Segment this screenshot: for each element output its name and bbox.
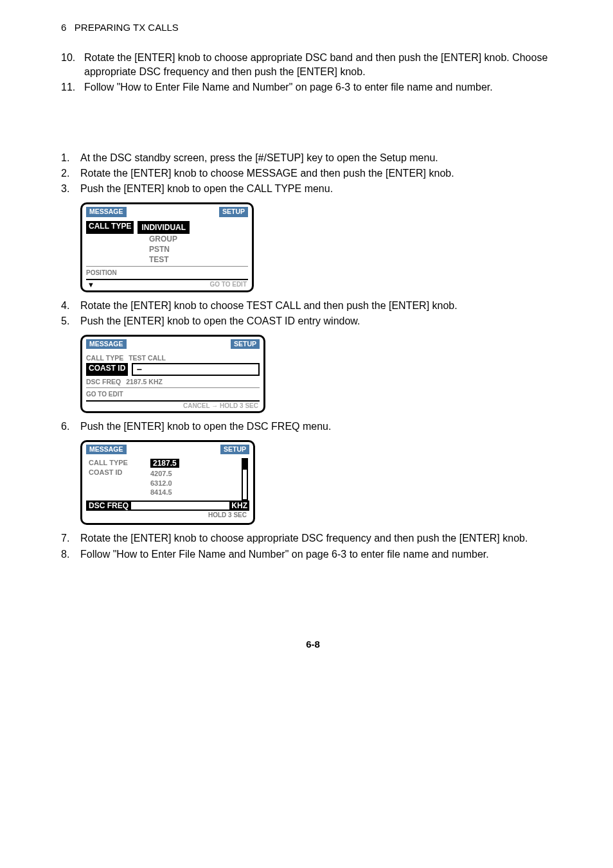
step-text: Push the [ENTER] knob to open the COAST …	[80, 314, 565, 328]
freq-option: 6312.0	[150, 479, 179, 488]
freq-selected: 2187.5	[150, 459, 179, 468]
step-10: 10. Rotate the [ENTER] knob to choose ap…	[61, 51, 565, 79]
lcd-title-right: SETUP	[220, 445, 249, 454]
step-text: Rotate the [ENTER] knob to choose MESSAG…	[80, 166, 565, 181]
step-text: At the DSC standby screen, press the [#/…	[80, 151, 565, 165]
footer-text: HOLD 3 SEC	[86, 511, 249, 520]
row-value: 2187.5 KHZ	[126, 378, 163, 385]
step-6: 6. Push the [ENTER] knob to open the DSC…	[61, 420, 565, 434]
freq-option: 4207.5	[150, 469, 179, 479]
step-text: Rotate the [ENTER] knob to choose approp…	[84, 51, 565, 79]
step-number: 7.	[61, 531, 80, 545]
caret-down-icon: ▼	[87, 281, 94, 288]
option: TEST	[149, 255, 169, 264]
lcd-title-left: MESSAGE	[86, 207, 127, 217]
step-text: Follow "How to Enter File Name and Numbe…	[84, 80, 565, 94]
row: GO TO EDIT	[86, 391, 123, 398]
step-number: 3.	[61, 182, 80, 196]
lcd-screen-call-type: MESSAGE SETUP CALL TYPE INDIVIDUAL GROUP…	[80, 202, 565, 292]
step-number: 2.	[61, 166, 80, 181]
step-number: 8.	[61, 547, 80, 562]
freq-list: CALL TYPE COAST ID 2187.5 4207.5 6312.0 …	[86, 458, 249, 500]
step-11: 11. Follow "How to Enter File Name and N…	[61, 80, 565, 94]
step-7: 7. Rotate the [ENTER] knob to choose app…	[61, 531, 565, 545]
row-value: INDIVIDUAL	[138, 221, 190, 234]
step-text: Push the [ENTER] knob to open the CALL T…	[80, 182, 565, 196]
step-text: Rotate the [ENTER] knob to choose approp…	[80, 531, 565, 545]
cursor-icon: –	[137, 365, 141, 374]
chapter-num: 6	[61, 22, 66, 33]
option: POSITION	[86, 269, 117, 276]
step-5: 5. Push the [ENTER] knob to open the COA…	[61, 314, 565, 328]
lcd-row-coast-id: COAST ID –	[86, 363, 260, 376]
unit-label: KHZ	[229, 500, 249, 511]
chapter-title: PREPARING TX CALLS	[75, 22, 179, 33]
freq-option: 8414.5	[150, 488, 179, 497]
step-3: 3. Push the [ENTER] knob to open the CAL…	[61, 182, 565, 196]
step-number: 5.	[61, 314, 80, 328]
step-1: 1. At the DSC standby screen, press the …	[61, 151, 565, 165]
scrollbar-thumb	[243, 459, 247, 470]
lcd-title-left: MESSAGE	[86, 445, 127, 454]
step-number: 4.	[61, 299, 80, 313]
step-number: 1.	[61, 151, 80, 165]
step-number: 6.	[61, 420, 80, 434]
footer-text: GO TO EDIT	[209, 281, 247, 288]
step-2: 2. Rotate the [ENTER] knob to choose MES…	[61, 166, 565, 181]
option: GROUP	[149, 235, 177, 244]
lcd-screen-dsc-freq: MESSAGE SETUP CALL TYPE COAST ID 2187.5 …	[80, 440, 565, 525]
coast-id-entry: –	[132, 363, 260, 376]
step-number: 11.	[61, 80, 84, 94]
lcd-title-right: SETUP	[219, 207, 248, 217]
coast-id-label: COAST ID	[86, 363, 128, 376]
page: 6 PREPARING TX CALLS 10. Rotate the [ENT…	[0, 0, 613, 675]
scrollbar	[242, 458, 248, 500]
step-4: 4. Rotate the [ENTER] knob to choose TES…	[61, 299, 565, 313]
step-text: Follow "How to Enter File Name and Numbe…	[80, 547, 565, 562]
step-8: 8. Follow "How to Enter File Name and Nu…	[61, 547, 565, 562]
step-text: Rotate the [ENTER] knob to choose TEST C…	[80, 299, 565, 313]
chapter-header: 6 PREPARING TX CALLS	[61, 22, 565, 33]
left-row: COAST ID	[89, 468, 147, 477]
lcd-screen-coast-id: MESSAGE SETUP CALL TYPE TEST CALL COAST …	[80, 335, 565, 413]
step-number: 10.	[61, 51, 84, 79]
footer-text: CANCEL → HOLD 3 SEC	[183, 402, 258, 409]
option: PSTN	[149, 245, 170, 254]
row-label: CALL TYPE	[86, 354, 123, 362]
row-value: TEST CALL	[129, 354, 166, 362]
lcd-title-right: SETUP	[231, 339, 260, 349]
row-label: DSC FREQ	[86, 378, 121, 385]
step-text: Push the [ENTER] knob to open the DSC FR…	[80, 420, 565, 434]
page-number: 6-8	[61, 639, 565, 650]
lcd-title-left: MESSAGE	[86, 339, 127, 349]
dsc-freq-label: DSC FREQ	[86, 500, 131, 511]
dsc-freq-row: DSC FREQ KHZ	[86, 500, 249, 511]
row-label: CALL TYPE	[86, 221, 134, 234]
lcd-row-call-type: CALL TYPE INDIVIDUAL	[86, 221, 248, 234]
left-row: CALL TYPE	[89, 458, 147, 468]
